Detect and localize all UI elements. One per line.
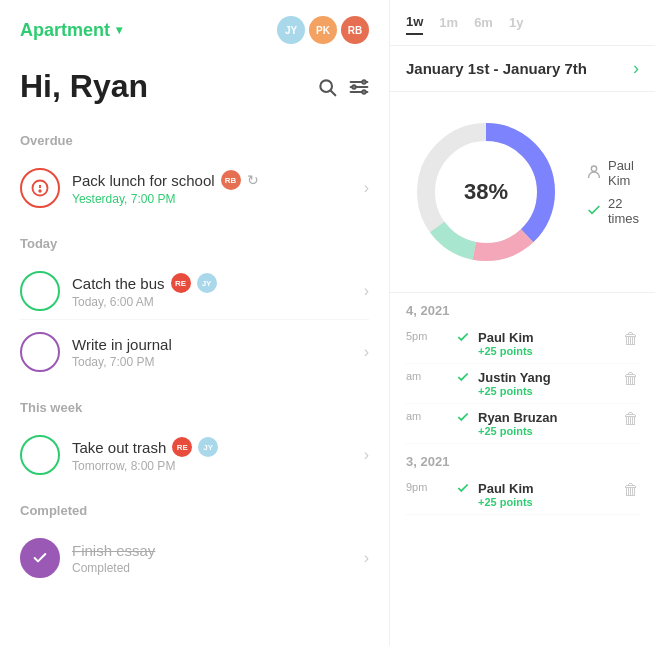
repeat-icon: ↻ bbox=[247, 172, 259, 188]
avatar-rb[interactable]: RB bbox=[341, 16, 369, 44]
this-week-label: This week bbox=[20, 400, 369, 415]
activity-row-2: am Justin Yang +25 points 🗑 bbox=[406, 364, 639, 404]
task-title-row-bus: Catch the bus RE JY bbox=[72, 273, 352, 293]
task-circle-overdue bbox=[20, 168, 60, 208]
person-icon bbox=[586, 164, 602, 183]
tab-1m[interactable]: 1m bbox=[439, 11, 458, 34]
legend-name: Paul Kim bbox=[608, 158, 639, 188]
svg-point-18 bbox=[591, 166, 596, 171]
legend-person: Paul Kim bbox=[586, 158, 639, 188]
chevron-right-icon: › bbox=[364, 343, 369, 361]
completed-section: Completed Finish essay Completed › bbox=[20, 503, 369, 586]
delete-button-4[interactable]: 🗑 bbox=[623, 481, 639, 499]
donut-percent: 38% bbox=[464, 179, 508, 205]
task-circle-trash bbox=[20, 435, 60, 475]
activity-time-2: am bbox=[406, 370, 448, 382]
task-time-bus: Today, 6:00 AM bbox=[72, 295, 352, 309]
activity-points-3: +25 points bbox=[478, 425, 615, 437]
activity-person-3: Ryan Bruzan +25 points bbox=[478, 410, 615, 437]
chevron-right-icon: › bbox=[364, 446, 369, 464]
task-name-essay: Finish essay bbox=[72, 542, 155, 559]
task-assignee-re2: RE bbox=[172, 437, 192, 457]
task-info-journal: Write in journal Today, 7:00 PM bbox=[72, 336, 352, 369]
apartment-selector[interactable]: Apartment ▾ bbox=[20, 20, 122, 41]
activity-row-1: 5pm Paul Kim +25 points 🗑 bbox=[406, 324, 639, 364]
filter-button[interactable] bbox=[349, 77, 369, 97]
activity-points-2: +25 points bbox=[478, 385, 615, 397]
tab-1y[interactable]: 1y bbox=[509, 11, 523, 34]
task-name-bus: Catch the bus bbox=[72, 275, 165, 292]
apartment-label: Apartment bbox=[20, 20, 110, 41]
task-assignee-re: RE bbox=[171, 273, 191, 293]
user-avatars: JY PK RB bbox=[277, 16, 369, 44]
task-time-trash: Tomorrow, 8:00 PM bbox=[72, 459, 352, 473]
check-icon-1 bbox=[456, 330, 470, 344]
avatar-jy[interactable]: JY bbox=[277, 16, 305, 44]
overdue-section: Overdue Pack lunch for school RB ↻ Yeste… bbox=[20, 133, 369, 216]
task-name-journal: Write in journal bbox=[72, 336, 172, 353]
task-title-row-essay: Finish essay bbox=[72, 542, 352, 559]
task-essay[interactable]: Finish essay Completed › bbox=[20, 530, 369, 586]
activity-person-1: Paul Kim +25 points bbox=[478, 330, 615, 357]
right-panel: 1w 1m 6m 1y January 1st - January 7th › … bbox=[390, 0, 655, 646]
task-assignee-jy: JY bbox=[197, 273, 217, 293]
task-info-pack-lunch: Pack lunch for school RB ↻ Yesterday, 7:… bbox=[72, 170, 352, 206]
svg-point-13 bbox=[39, 190, 41, 192]
overdue-label: Overdue bbox=[20, 133, 369, 148]
activity-name-1: Paul Kim bbox=[478, 330, 615, 345]
legend-count: 22 times bbox=[608, 196, 639, 226]
icon-buttons bbox=[317, 77, 369, 97]
header-top: Apartment ▾ JY PK RB bbox=[20, 16, 369, 44]
today-label: Today bbox=[20, 236, 369, 251]
greeting-row: Hi, Ryan bbox=[20, 68, 369, 105]
check-icon-4 bbox=[456, 481, 470, 495]
task-pack-lunch[interactable]: Pack lunch for school RB ↻ Yesterday, 7:… bbox=[20, 160, 369, 216]
delete-button-2[interactable]: 🗑 bbox=[623, 370, 639, 388]
task-circle-bus bbox=[20, 271, 60, 311]
task-circle-completed bbox=[20, 538, 60, 578]
check-icon-3 bbox=[456, 410, 470, 424]
task-time-essay: Completed bbox=[72, 561, 352, 575]
activity-time-3: am bbox=[406, 410, 448, 422]
task-assignee-jy2: JY bbox=[198, 437, 218, 457]
activity-time-4: 9pm bbox=[406, 481, 448, 493]
delete-button-1[interactable]: 🗑 bbox=[623, 330, 639, 348]
activity-name-2: Justin Yang bbox=[478, 370, 615, 385]
activity-name-4: Paul Kim bbox=[478, 481, 615, 496]
search-button[interactable] bbox=[317, 77, 337, 97]
activity-row-3: am Ryan Bruzan +25 points 🗑 bbox=[406, 404, 639, 444]
chevron-right-icon: › bbox=[364, 549, 369, 567]
activity-person-4: Paul Kim +25 points bbox=[478, 481, 615, 508]
task-circle-journal bbox=[20, 332, 60, 372]
tab-6m[interactable]: 6m bbox=[474, 11, 493, 34]
task-title-row: Pack lunch for school RB ↻ bbox=[72, 170, 352, 190]
this-week-section: This week Take out trash RE JY Tomorrow,… bbox=[20, 400, 369, 483]
task-catch-bus[interactable]: Catch the bus RE JY Today, 6:00 AM › bbox=[20, 263, 369, 320]
time-tabs: 1w 1m 6m 1y bbox=[390, 0, 655, 46]
date-range-text: January 1st - January 7th bbox=[406, 60, 587, 77]
task-assignee-rb: RB bbox=[221, 170, 241, 190]
tab-1w[interactable]: 1w bbox=[406, 10, 423, 35]
task-name-trash: Take out trash bbox=[72, 439, 166, 456]
completed-label: Completed bbox=[20, 503, 369, 518]
dropdown-chevron-icon: ▾ bbox=[116, 23, 122, 37]
task-info-essay: Finish essay Completed bbox=[72, 542, 352, 575]
task-title-row-journal: Write in journal bbox=[72, 336, 352, 353]
task-trash[interactable]: Take out trash RE JY Tomorrow, 8:00 PM › bbox=[20, 427, 369, 483]
avatar-pk[interactable]: PK bbox=[309, 16, 337, 44]
activity-date-2: 3, 2021 bbox=[406, 444, 639, 475]
delete-button-3[interactable]: 🗑 bbox=[623, 410, 639, 428]
task-journal[interactable]: Write in journal Today, 7:00 PM › bbox=[20, 324, 369, 380]
donut-center: 38% bbox=[464, 179, 508, 205]
greeting-text: Hi, Ryan bbox=[20, 68, 148, 105]
legend-times: 22 times bbox=[586, 196, 639, 226]
svg-line-1 bbox=[331, 90, 336, 95]
activity-row-4: 9pm Paul Kim +25 points 🗑 bbox=[406, 475, 639, 515]
date-range-row: January 1st - January 7th › bbox=[390, 46, 655, 92]
activity-name-3: Ryan Bruzan bbox=[478, 410, 615, 425]
activity-date-1: 4, 2021 bbox=[406, 293, 639, 324]
today-section: Today Catch the bus RE JY Today, 6:00 AM… bbox=[20, 236, 369, 380]
activity-section: 4, 2021 5pm Paul Kim +25 points 🗑 am Jus… bbox=[390, 293, 655, 515]
activity-points-1: +25 points bbox=[478, 345, 615, 357]
date-next-button[interactable]: › bbox=[633, 58, 639, 79]
